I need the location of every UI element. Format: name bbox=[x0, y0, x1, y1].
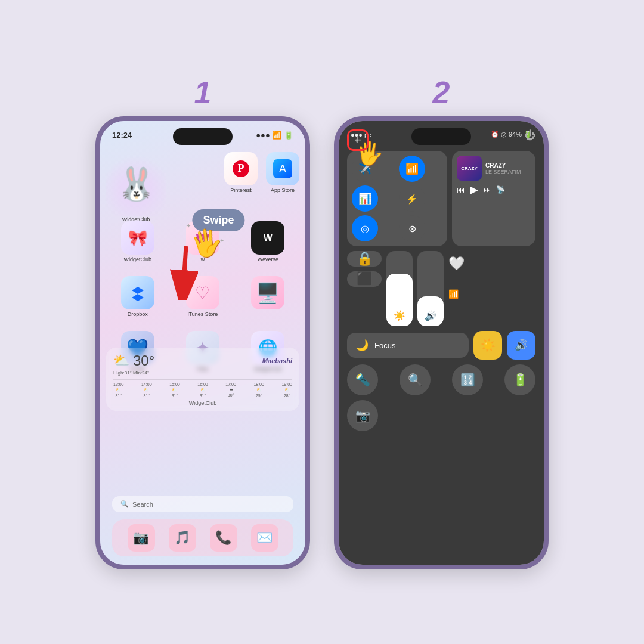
phone-2-screen: ●●● pc ⏰ ◎ 94% 🔋 + ⏻ 🖐️ ✦ ✦ bbox=[339, 121, 544, 565]
rotation-lock-btn[interactable]: 🔒 bbox=[347, 251, 382, 267]
torch-btn[interactable]: 🔦 bbox=[347, 364, 378, 395]
sun-icon: ☀️ bbox=[386, 310, 413, 321]
power-button[interactable]: ⏻ bbox=[525, 129, 535, 142]
cc-sliders: ☀️ 🔊 bbox=[386, 251, 444, 326]
step-1-number: 1 bbox=[194, 75, 212, 110]
bluetooth-icon: ⚡ bbox=[406, 193, 418, 205]
main-container: 1 12:24 ●●● 📶 🔋 🐰 WidgetClub P bbox=[0, 0, 644, 644]
music-info: CRAZY LE SSERAFIM bbox=[485, 162, 521, 175]
volume-icon: 🔊 bbox=[515, 339, 528, 352]
dynamic-island-2 bbox=[411, 128, 471, 145]
airplay-icon[interactable]: 📡 bbox=[496, 185, 505, 194]
sparkle-1: ✦ bbox=[186, 222, 191, 229]
weverse-label: Weverse bbox=[258, 257, 278, 263]
hotspot-btn[interactable]: ⊗ bbox=[399, 215, 425, 242]
search-bar[interactable]: 🔍 Search bbox=[112, 496, 293, 512]
play-btn[interactable]: ▶ bbox=[470, 183, 478, 196]
mail-icon: ✉️ bbox=[256, 530, 273, 546]
dock-music[interactable]: 🎵 bbox=[169, 524, 196, 552]
volume-slider[interactable]: 🔊 bbox=[417, 251, 444, 326]
svg-marker-4 bbox=[132, 287, 144, 301]
dock-camera[interactable]: 📷 bbox=[128, 524, 155, 552]
music-icon: 🎵 bbox=[174, 530, 190, 546]
ringer-icon: 📶 bbox=[448, 289, 465, 299]
cellular-icon: 📊 bbox=[358, 192, 371, 205]
weather-hour-7: 19:00⛅28° bbox=[281, 382, 292, 398]
airdrop-icon: ◎ bbox=[361, 223, 369, 234]
wifi-btn[interactable]: 📶 bbox=[399, 156, 425, 182]
plus-icon: + bbox=[354, 134, 361, 147]
weverse-app[interactable]: W Weverse bbox=[251, 221, 284, 263]
pinterest-app[interactable]: P Pinterest bbox=[224, 152, 258, 194]
volume-btn[interactable]: 🔊 bbox=[507, 331, 535, 360]
phone1-status-icons: ●●● 📶 🔋 bbox=[256, 131, 293, 140]
weather-hour-2: 14:00⛅31° bbox=[141, 382, 152, 398]
weather-hour-1: 13:00⛅31° bbox=[113, 382, 124, 398]
rotation-lock-icon: 🔒 bbox=[357, 251, 373, 267]
music-controls: ⏮ ▶ ⏭ 📡 bbox=[457, 183, 531, 196]
dock-mail[interactable]: ✉️ bbox=[251, 524, 278, 552]
step-1-wrapper: 1 12:24 ●●● 📶 🔋 🐰 WidgetClub P bbox=[95, 75, 310, 569]
cc-focus-row: 🌙 Focus ☀️ 🔊 bbox=[347, 331, 535, 360]
weather-temp: 30° bbox=[133, 352, 154, 369]
next-track-btn[interactable]: ⏭ bbox=[483, 185, 491, 194]
plus-button-highlight[interactable]: + bbox=[347, 129, 369, 151]
calculator-btn[interactable]: 🔢 bbox=[452, 364, 483, 395]
cc-heart-area: 🤍 📶 bbox=[448, 251, 465, 299]
zoom-btn[interactable]: 🔍 bbox=[400, 364, 431, 395]
bluetooth-btn[interactable]: ⚡ bbox=[399, 185, 425, 212]
weather-subtitle: High:31° Min:24° bbox=[113, 370, 292, 376]
sparkle-2: ✦ bbox=[219, 237, 224, 244]
widgetclub-app-label: WidgetClub bbox=[123, 257, 151, 263]
heart-icon: 🤍 bbox=[448, 256, 465, 271]
pink-computer-app[interactable]: 🖥️ bbox=[251, 276, 284, 318]
brightness-slider[interactable]: ☀️ bbox=[386, 251, 413, 326]
itunes-label: iTunes Store bbox=[188, 312, 218, 318]
music-artist: LE SSERAFIM bbox=[485, 169, 521, 175]
camera-btn[interactable]: 📷 bbox=[347, 400, 378, 431]
weather-hour-5: 17:00🌧30° bbox=[225, 382, 236, 398]
weather-hour-4: 16:00⛅31° bbox=[197, 382, 208, 398]
hotspot-icon: ⊗ bbox=[408, 223, 416, 234]
appstore-app[interactable]: A App Store bbox=[266, 152, 299, 194]
wifi-icon: 📶 bbox=[405, 162, 419, 175]
weather-city: Maebashi bbox=[262, 357, 292, 364]
music-player: CRAZY CRAZY LE SSERAFIM ⏮ ▶ ⏭ bbox=[452, 151, 535, 246]
phone-1: 12:24 ●●● 📶 🔋 🐰 WidgetClub P Pinterest bbox=[95, 116, 310, 569]
row1-apps: P Pinterest A App Store bbox=[224, 152, 299, 194]
widgetclub-app[interactable]: 🎀 WidgetClub bbox=[121, 221, 154, 263]
music-art-text: CRAZY bbox=[461, 166, 478, 171]
dropbox-app[interactable]: Dropbox bbox=[121, 276, 154, 318]
battery-btn[interactable]: 🔋 bbox=[504, 364, 535, 395]
phone-1-screen: 12:24 ●●● 📶 🔋 🐰 WidgetClub P Pinterest bbox=[100, 121, 305, 565]
svg-text:P: P bbox=[238, 162, 244, 174]
brightness-btn[interactable]: ☀️ bbox=[473, 331, 502, 360]
focus-btn[interactable]: 🌙 Focus bbox=[347, 333, 469, 358]
brightness-icon: ☀️ bbox=[481, 338, 496, 352]
screen-mirror-btn[interactable]: ⬛ bbox=[347, 271, 382, 287]
cellular-btn[interactable]: 📊 bbox=[352, 185, 378, 212]
camera-icon: 📷 bbox=[133, 530, 149, 546]
pink-computer-icon: 🖥️ bbox=[251, 276, 284, 309]
torch-icon: 🔦 bbox=[355, 373, 370, 387]
step-2-number: 2 bbox=[433, 75, 450, 110]
weather-cloud-icon: ⛅ bbox=[113, 353, 129, 369]
dock: 📷 🎵 📞 ✉️ bbox=[112, 519, 293, 556]
weverse-icon: W bbox=[251, 221, 284, 255]
focus-label: Focus bbox=[374, 341, 395, 350]
speaker-icon: 🔊 bbox=[417, 310, 444, 321]
row3-apps: Dropbox ♡ iTunes Store 🖥️ bbox=[105, 276, 301, 318]
weather-hour-3: 15:00⛅31° bbox=[169, 382, 180, 398]
search-icon: 🔍 bbox=[120, 500, 129, 508]
phone1-time: 12:24 bbox=[112, 131, 132, 140]
dock-phone[interactable]: 📞 bbox=[210, 524, 237, 552]
pinterest-label: Pinterest bbox=[230, 188, 252, 194]
prev-track-btn[interactable]: ⏮ bbox=[457, 185, 465, 194]
airdrop-btn[interactable]: ◎ bbox=[352, 215, 378, 242]
appstore-icon: A bbox=[266, 152, 299, 185]
phone-icon: 📞 bbox=[215, 530, 231, 546]
search-placeholder: Search bbox=[132, 501, 153, 508]
weather-hours: 13:00⛅31° 14:00⛅31° 15:00⛅31° 16:00⛅31° … bbox=[113, 379, 292, 398]
cc-camera-row: 📷 bbox=[347, 400, 535, 431]
power-icon: ⏻ bbox=[525, 129, 535, 141]
